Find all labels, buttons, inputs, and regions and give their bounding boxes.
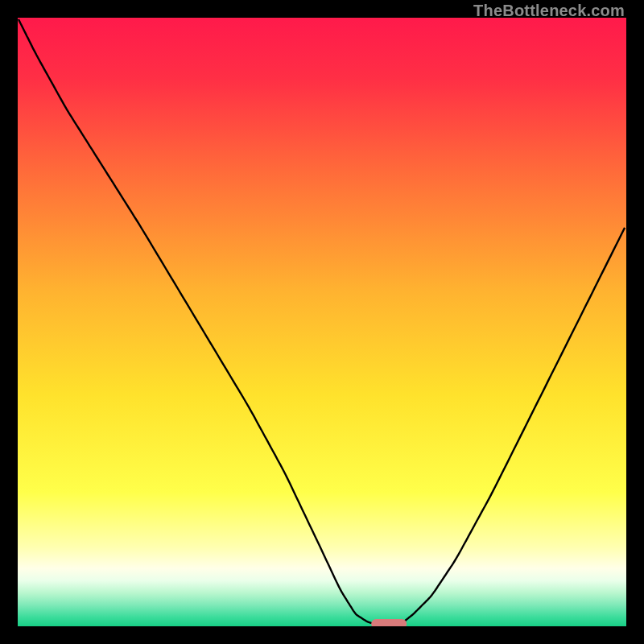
gradient-background [18,18,626,626]
optimal-point-marker [371,619,407,626]
bottleneck-chart [18,18,626,626]
plot-area [18,18,626,626]
chart-frame: TheBottleneck.com [0,0,644,644]
